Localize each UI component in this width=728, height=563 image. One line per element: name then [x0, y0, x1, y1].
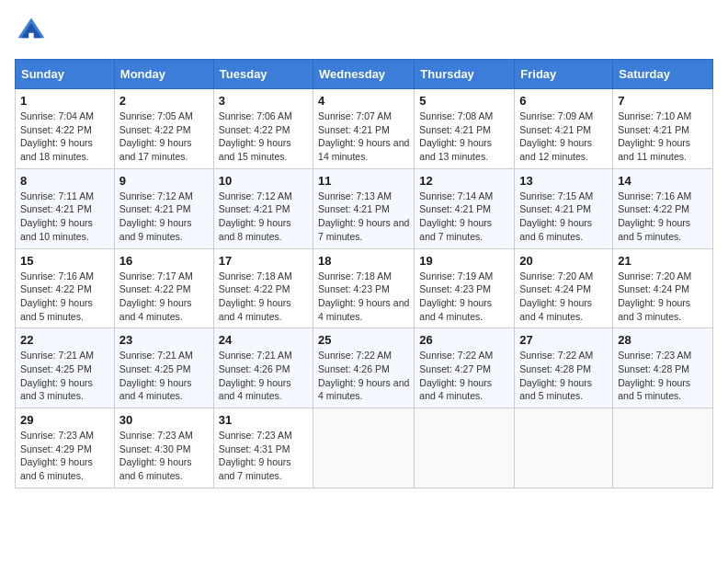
cell-info: Sunrise: 7:20 AM Sunset: 4:24 PM Dayligh…: [519, 270, 608, 324]
cell-info: Sunrise: 7:22 AM Sunset: 4:28 PM Dayligh…: [519, 349, 608, 403]
day-header-wednesday: Wednesday: [313, 60, 415, 89]
calendar-cell: 7 Sunrise: 7:10 AM Sunset: 4:21 PM Dayli…: [613, 89, 713, 169]
calendar-cell: 5 Sunrise: 7:08 AM Sunset: 4:21 PM Dayli…: [415, 89, 515, 169]
day-header-tuesday: Tuesday: [213, 60, 313, 89]
day-number: 24: [219, 333, 308, 347]
calendar-cell: 24 Sunrise: 7:21 AM Sunset: 4:26 PM Dayl…: [213, 328, 313, 408]
cell-info: Sunrise: 7:11 AM Sunset: 4:21 PM Dayligh…: [20, 190, 109, 244]
day-number: 11: [318, 174, 409, 188]
calendar-cell: 4 Sunrise: 7:07 AM Sunset: 4:21 PM Dayli…: [313, 89, 415, 169]
day-number: 22: [20, 333, 109, 347]
calendar-cell: 18 Sunrise: 7:18 AM Sunset: 4:23 PM Dayl…: [313, 248, 415, 328]
calendar-cell: 9 Sunrise: 7:12 AM Sunset: 4:21 PM Dayli…: [114, 168, 213, 248]
day-number: 23: [119, 333, 209, 347]
day-number: 14: [618, 174, 708, 188]
day-number: 7: [618, 94, 708, 108]
calendar-table: SundayMondayTuesdayWednesdayThursdayFrid…: [15, 59, 713, 488]
cell-info: Sunrise: 7:12 AM Sunset: 4:21 PM Dayligh…: [219, 190, 308, 244]
cell-info: Sunrise: 7:21 AM Sunset: 4:25 PM Dayligh…: [20, 349, 109, 403]
calendar-cell: 16 Sunrise: 7:17 AM Sunset: 4:22 PM Dayl…: [114, 248, 213, 328]
calendar-cell: 3 Sunrise: 7:06 AM Sunset: 4:22 PM Dayli…: [213, 89, 313, 169]
day-header-thursday: Thursday: [415, 60, 515, 89]
calendar-cell: 8 Sunrise: 7:11 AM Sunset: 4:21 PM Dayli…: [16, 168, 115, 248]
day-number: 21: [618, 254, 708, 268]
calendar-cell: 26 Sunrise: 7:22 AM Sunset: 4:27 PM Dayl…: [415, 328, 515, 408]
calendar-header-row: SundayMondayTuesdayWednesdayThursdayFrid…: [16, 60, 713, 89]
logo-icon: [15, 15, 48, 48]
cell-info: Sunrise: 7:20 AM Sunset: 4:24 PM Dayligh…: [618, 270, 708, 324]
cell-info: Sunrise: 7:21 AM Sunset: 4:26 PM Dayligh…: [219, 349, 308, 403]
calendar-cell: 6 Sunrise: 7:09 AM Sunset: 4:21 PM Dayli…: [515, 89, 613, 169]
cell-info: Sunrise: 7:08 AM Sunset: 4:21 PM Dayligh…: [419, 109, 509, 164]
calendar-cell: [613, 408, 713, 488]
day-number: 30: [119, 413, 209, 427]
calendar-cell: 19 Sunrise: 7:19 AM Sunset: 4:23 PM Dayl…: [415, 248, 515, 328]
day-number: 2: [119, 94, 209, 108]
cell-info: Sunrise: 7:05 AM Sunset: 4:22 PM Dayligh…: [119, 109, 209, 164]
day-number: 4: [318, 94, 409, 108]
calendar-cell: 13 Sunrise: 7:15 AM Sunset: 4:21 PM Dayl…: [515, 168, 613, 248]
calendar-week-5: 29 Sunrise: 7:23 AM Sunset: 4:29 PM Dayl…: [16, 408, 713, 488]
day-number: 6: [519, 94, 608, 108]
cell-info: Sunrise: 7:07 AM Sunset: 4:21 PM Dayligh…: [318, 109, 409, 164]
day-number: 25: [318, 333, 409, 347]
day-number: 20: [519, 254, 608, 268]
day-header-friday: Friday: [515, 60, 613, 89]
calendar-cell: 21 Sunrise: 7:20 AM Sunset: 4:24 PM Dayl…: [613, 248, 713, 328]
day-number: 13: [519, 174, 608, 188]
cell-info: Sunrise: 7:23 AM Sunset: 4:31 PM Dayligh…: [219, 429, 308, 483]
calendar-cell: 10 Sunrise: 7:12 AM Sunset: 4:21 PM Dayl…: [213, 168, 313, 248]
calendar-cell: 1 Sunrise: 7:04 AM Sunset: 4:22 PM Dayli…: [16, 89, 115, 169]
cell-info: Sunrise: 7:16 AM Sunset: 4:22 PM Dayligh…: [618, 190, 708, 244]
calendar-cell: 28 Sunrise: 7:23 AM Sunset: 4:28 PM Dayl…: [613, 328, 713, 408]
cell-info: Sunrise: 7:18 AM Sunset: 4:22 PM Dayligh…: [219, 270, 308, 324]
day-number: 16: [119, 254, 209, 268]
day-number: 28: [618, 333, 708, 347]
cell-info: Sunrise: 7:10 AM Sunset: 4:21 PM Dayligh…: [618, 109, 708, 164]
calendar-cell: 2 Sunrise: 7:05 AM Sunset: 4:22 PM Dayli…: [114, 89, 213, 169]
day-number: 26: [419, 333, 509, 347]
calendar-cell: 15 Sunrise: 7:16 AM Sunset: 4:22 PM Dayl…: [16, 248, 115, 328]
cell-info: Sunrise: 7:15 AM Sunset: 4:21 PM Dayligh…: [519, 190, 608, 244]
day-number: 12: [419, 174, 509, 188]
page-header: [15, 15, 713, 48]
logo: [15, 15, 51, 48]
day-number: 18: [318, 254, 409, 268]
calendar-cell: 20 Sunrise: 7:20 AM Sunset: 4:24 PM Dayl…: [515, 248, 613, 328]
calendar-cell: 25 Sunrise: 7:22 AM Sunset: 4:26 PM Dayl…: [313, 328, 415, 408]
cell-info: Sunrise: 7:14 AM Sunset: 4:21 PM Dayligh…: [419, 190, 509, 244]
day-number: 19: [419, 254, 509, 268]
day-header-monday: Monday: [114, 60, 213, 89]
day-number: 5: [419, 94, 509, 108]
calendar-cell: 31 Sunrise: 7:23 AM Sunset: 4:31 PM Dayl…: [213, 408, 313, 488]
day-number: 29: [20, 413, 109, 427]
day-number: 31: [219, 413, 308, 427]
calendar-week-1: 1 Sunrise: 7:04 AM Sunset: 4:22 PM Dayli…: [16, 89, 713, 169]
calendar-week-4: 22 Sunrise: 7:21 AM Sunset: 4:25 PM Dayl…: [16, 328, 713, 408]
calendar-cell: 22 Sunrise: 7:21 AM Sunset: 4:25 PM Dayl…: [16, 328, 115, 408]
calendar-cell: 23 Sunrise: 7:21 AM Sunset: 4:25 PM Dayl…: [114, 328, 213, 408]
calendar-cell: 29 Sunrise: 7:23 AM Sunset: 4:29 PM Dayl…: [16, 408, 115, 488]
cell-info: Sunrise: 7:16 AM Sunset: 4:22 PM Dayligh…: [20, 270, 109, 324]
day-number: 9: [119, 174, 209, 188]
cell-info: Sunrise: 7:23 AM Sunset: 4:28 PM Dayligh…: [618, 349, 708, 403]
cell-info: Sunrise: 7:19 AM Sunset: 4:23 PM Dayligh…: [419, 270, 509, 324]
day-number: 3: [219, 94, 308, 108]
day-header-sunday: Sunday: [16, 60, 115, 89]
cell-info: Sunrise: 7:04 AM Sunset: 4:22 PM Dayligh…: [20, 109, 109, 164]
cell-info: Sunrise: 7:23 AM Sunset: 4:29 PM Dayligh…: [20, 429, 109, 483]
day-number: 17: [219, 254, 308, 268]
calendar-week-3: 15 Sunrise: 7:16 AM Sunset: 4:22 PM Dayl…: [16, 248, 713, 328]
cell-info: Sunrise: 7:13 AM Sunset: 4:21 PM Dayligh…: [318, 190, 409, 244]
calendar-cell: [415, 408, 515, 488]
day-number: 1: [20, 94, 109, 108]
svg-rect-2: [28, 33, 33, 40]
calendar-cell: 11 Sunrise: 7:13 AM Sunset: 4:21 PM Dayl…: [313, 168, 415, 248]
day-number: 10: [219, 174, 308, 188]
calendar-cell: 30 Sunrise: 7:23 AM Sunset: 4:30 PM Dayl…: [114, 408, 213, 488]
day-number: 27: [519, 333, 608, 347]
cell-info: Sunrise: 7:23 AM Sunset: 4:30 PM Dayligh…: [119, 429, 209, 483]
day-header-saturday: Saturday: [613, 60, 713, 89]
cell-info: Sunrise: 7:09 AM Sunset: 4:21 PM Dayligh…: [519, 109, 608, 164]
cell-info: Sunrise: 7:22 AM Sunset: 4:26 PM Dayligh…: [318, 349, 409, 403]
